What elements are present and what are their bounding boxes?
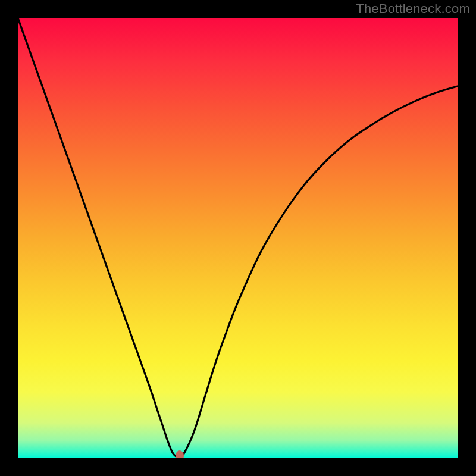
watermark-text: TheBottleneck.com	[356, 1, 470, 17]
bottleneck-curve	[18, 18, 458, 458]
chart-plot-area	[18, 18, 458, 458]
optimal-point-marker	[176, 450, 184, 458]
